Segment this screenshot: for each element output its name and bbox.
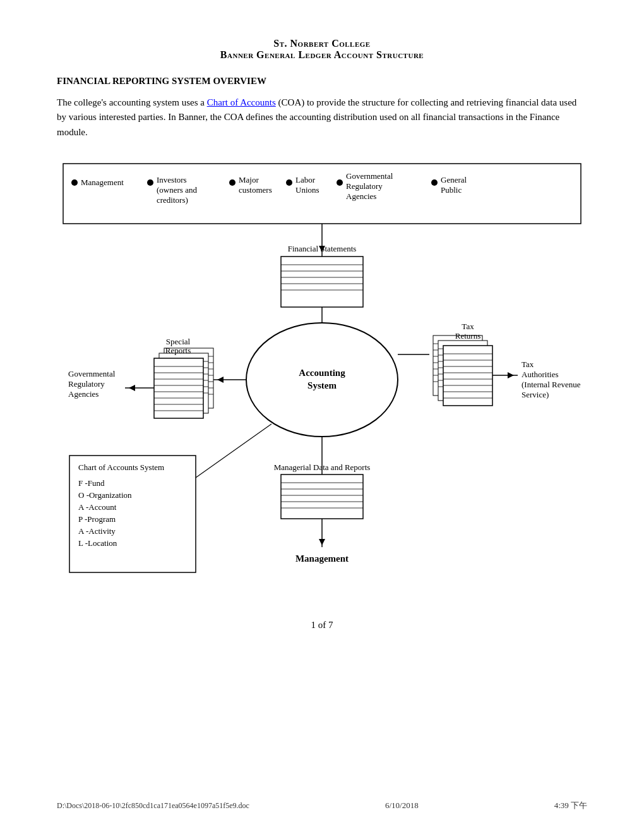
svg-text:Regulatory: Regulatory bbox=[346, 181, 383, 191]
page-header: St. Norbert College Banner General Ledge… bbox=[57, 38, 587, 61]
svg-text:customers: customers bbox=[239, 185, 272, 195]
svg-marker-34 bbox=[217, 377, 224, 383]
svg-text:Unions: Unions bbox=[295, 185, 319, 195]
svg-point-13 bbox=[337, 179, 343, 186]
svg-text:Management: Management bbox=[81, 178, 124, 187]
svg-text:Reports: Reports bbox=[165, 346, 191, 355]
svg-text:O  -Organization: O -Organization bbox=[78, 490, 132, 500]
svg-text:Tax: Tax bbox=[462, 322, 474, 331]
footer-path: D:\Docs\2018-06-10\2fc850cd1ca171ea0564e… bbox=[57, 801, 249, 811]
svg-text:Chart of Accounts System: Chart of Accounts System bbox=[78, 462, 164, 472]
svg-rect-101 bbox=[281, 474, 363, 519]
footer-time: 4:39 下午 bbox=[554, 800, 587, 811]
svg-text:F  -Fund: F -Fund bbox=[78, 478, 105, 488]
page-footer: D:\Docs\2018-06-10\2fc850cd1ca171ea0564e… bbox=[0, 800, 644, 811]
page-number: 1 of 7 bbox=[57, 620, 587, 631]
svg-point-3 bbox=[147, 179, 153, 186]
svg-text:Special: Special bbox=[166, 337, 191, 346]
intro-text-before: The college's accounting system uses a bbox=[57, 97, 207, 107]
svg-point-10 bbox=[286, 179, 292, 186]
svg-text:Governmental: Governmental bbox=[68, 369, 116, 378]
svg-marker-62 bbox=[129, 385, 135, 391]
svg-text:System: System bbox=[307, 380, 337, 390]
diagram-wrapper: Management Investors (owners and credito… bbox=[57, 159, 587, 601]
svg-text:A  -Activity: A -Activity bbox=[78, 526, 116, 536]
svg-text:Managerial Data and Reports: Managerial Data and Reports bbox=[274, 462, 371, 472]
svg-text:Authorities: Authorities bbox=[522, 370, 559, 379]
svg-text:Tax: Tax bbox=[522, 360, 534, 369]
title-line1: St. Norbert College bbox=[57, 38, 587, 49]
svg-rect-83 bbox=[443, 346, 492, 406]
title-line2: Banner General Ledger Account Structure bbox=[57, 49, 587, 61]
svg-text:General: General bbox=[441, 175, 467, 184]
svg-rect-22 bbox=[281, 257, 363, 307]
footer-date: 6/10/2018 bbox=[385, 801, 419, 811]
coa-link[interactable]: Chart of Accounts bbox=[207, 97, 276, 107]
svg-text:Returns: Returns bbox=[455, 331, 480, 341]
section-heading: FINANCIAL REPORTING SYSTEM OVERVIEW bbox=[57, 76, 587, 87]
intro-paragraph: The college's accounting system uses a C… bbox=[57, 95, 587, 140]
svg-text:Financial Statements: Financial Statements bbox=[288, 244, 357, 253]
svg-text:P  -Program: P -Program bbox=[78, 514, 116, 524]
svg-text:A  -Account: A -Account bbox=[78, 502, 117, 512]
svg-point-17 bbox=[431, 179, 438, 186]
svg-rect-0 bbox=[63, 164, 581, 224]
svg-line-119 bbox=[196, 424, 271, 478]
svg-marker-109 bbox=[319, 539, 325, 545]
svg-text:Service): Service) bbox=[522, 390, 549, 399]
svg-text:creditors): creditors) bbox=[157, 195, 188, 205]
svg-text:Governmental: Governmental bbox=[346, 171, 393, 181]
svg-text:Agencies: Agencies bbox=[346, 191, 376, 201]
svg-text:Investors: Investors bbox=[157, 175, 187, 184]
svg-point-30 bbox=[246, 323, 398, 437]
svg-rect-50 bbox=[154, 358, 203, 418]
svg-text:Public: Public bbox=[441, 185, 462, 195]
svg-text:Agencies: Agencies bbox=[68, 389, 98, 399]
main-diagram: Management Investors (owners and credito… bbox=[57, 159, 587, 601]
svg-point-7 bbox=[229, 179, 236, 186]
svg-text:Regulatory: Regulatory bbox=[68, 379, 105, 389]
svg-text:(Internal Revenue: (Internal Revenue bbox=[522, 380, 581, 389]
svg-text:(owners and: (owners and bbox=[157, 185, 197, 195]
svg-text:Management: Management bbox=[295, 553, 349, 564]
svg-point-1 bbox=[71, 179, 78, 186]
svg-marker-95 bbox=[508, 372, 514, 378]
svg-text:Labor: Labor bbox=[295, 175, 316, 184]
svg-text:Accounting: Accounting bbox=[299, 368, 345, 378]
svg-text:L  -Location: L -Location bbox=[78, 538, 117, 548]
svg-text:Major: Major bbox=[239, 175, 259, 184]
